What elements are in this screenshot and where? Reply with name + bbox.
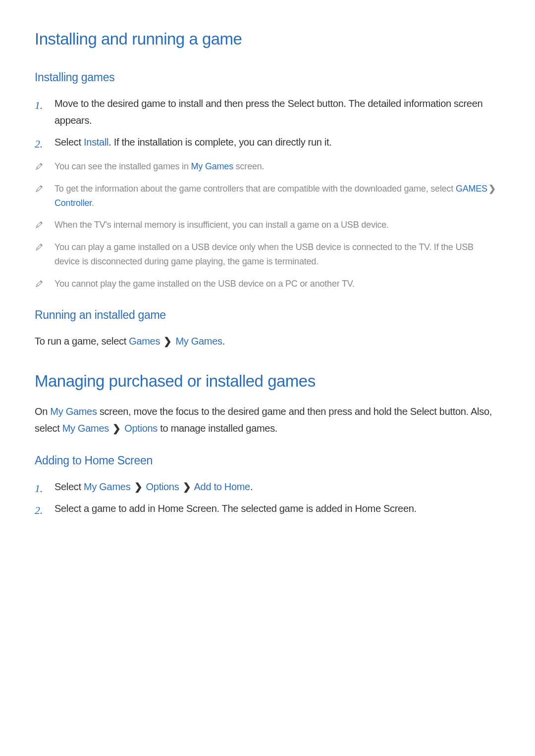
paragraph-text: To run a game, select bbox=[35, 336, 129, 347]
step-text: . If the installation is complete, you c… bbox=[108, 137, 331, 148]
note-item: To get the information about the game co… bbox=[35, 182, 500, 210]
pencil-icon bbox=[35, 219, 44, 228]
note-item: You cannot play the game installed on th… bbox=[35, 277, 500, 291]
note-text: You cannot play the game installed on th… bbox=[54, 279, 355, 289]
link-options: Options bbox=[124, 423, 158, 434]
section-running-installed: Running an installed game bbox=[35, 308, 500, 322]
paragraph-text: . bbox=[222, 336, 225, 347]
note-text: You can play a game installed on a USB d… bbox=[54, 242, 474, 266]
link-options: Options bbox=[146, 481, 179, 492]
pencil-icon bbox=[35, 242, 44, 251]
paragraph-text: to manage installed games. bbox=[158, 423, 277, 434]
chevron-icon: ❯ bbox=[183, 478, 191, 495]
note-item: When the TV's internal memory is insuffi… bbox=[35, 218, 500, 232]
running-paragraph: To run a game, select Games ❯ My Games. bbox=[35, 333, 500, 350]
note-item: You can play a game installed on a USB d… bbox=[35, 240, 500, 269]
page-title: Installing and running a game bbox=[35, 30, 500, 49]
list-item: Select Install. If the installation is c… bbox=[35, 134, 500, 151]
list-item: Select My Games ❯ Options ❯ Add to Home. bbox=[35, 478, 500, 495]
pencil-icon bbox=[35, 161, 44, 170]
note-item: You can see the installed games in My Ga… bbox=[35, 159, 500, 174]
link-controller: Controller bbox=[54, 198, 92, 208]
link-my-games: My Games bbox=[175, 336, 222, 347]
link-my-games: My Games bbox=[84, 481, 130, 492]
pencil-icon bbox=[35, 183, 44, 192]
step-text: Select bbox=[54, 137, 84, 148]
section-installing-games: Installing games bbox=[35, 71, 500, 84]
chevron-icon: ❯ bbox=[488, 182, 496, 196]
link-games: GAMES bbox=[456, 184, 487, 194]
step-text: Select bbox=[54, 481, 84, 492]
note-text: . bbox=[92, 198, 94, 208]
section-adding-home: Adding to Home Screen bbox=[35, 454, 500, 467]
link-my-games: My Games bbox=[191, 161, 233, 171]
note-text: You can see the installed games in bbox=[54, 161, 191, 171]
step-text: Move to the desired game to install and … bbox=[54, 98, 482, 126]
link-my-games: My Games bbox=[62, 423, 109, 434]
note-text: When the TV's internal memory is insuffi… bbox=[54, 220, 389, 230]
chevron-icon: ❯ bbox=[112, 420, 121, 437]
section-managing: Managing purchased or installed games bbox=[35, 372, 500, 391]
adding-steps-list: Select My Games ❯ Options ❯ Add to Home.… bbox=[35, 478, 500, 517]
managing-paragraph: On My Games screen, move the focus to th… bbox=[35, 403, 500, 437]
step-text: . bbox=[250, 481, 253, 492]
step-text: Select a game to add in Home Screen. The… bbox=[54, 503, 417, 514]
note-text: screen. bbox=[233, 161, 264, 171]
installing-steps-list: Move to the desired game to install and … bbox=[35, 95, 500, 151]
paragraph-text: On bbox=[35, 406, 50, 417]
pencil-icon bbox=[35, 278, 44, 287]
link-install: Install bbox=[84, 137, 108, 148]
list-item: Move to the desired game to install and … bbox=[35, 95, 500, 129]
list-item: Select a game to add in Home Screen. The… bbox=[35, 500, 500, 517]
link-my-games: My Games bbox=[50, 406, 97, 417]
chevron-icon: ❯ bbox=[163, 333, 172, 350]
link-games: Games bbox=[129, 336, 160, 347]
note-text: To get the information about the game co… bbox=[54, 184, 456, 194]
chevron-icon: ❯ bbox=[134, 478, 143, 495]
link-add-to-home: Add to Home bbox=[194, 481, 250, 492]
